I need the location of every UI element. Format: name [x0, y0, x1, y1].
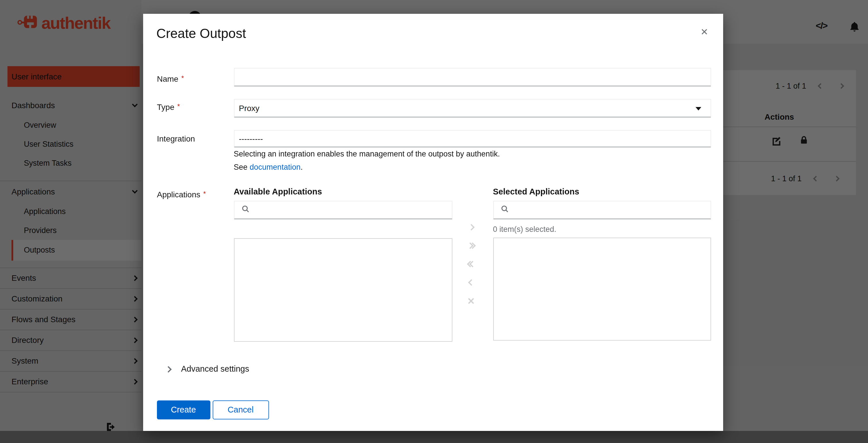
create-button[interactable]: Create: [157, 400, 210, 419]
available-applications-listbox[interactable]: [234, 238, 452, 342]
chevron-right-icon[interactable]: [165, 366, 172, 373]
type-label: Type*: [157, 102, 232, 112]
integration-help-text: Selecting an integration enables the man…: [234, 150, 500, 158]
integration-label: Integration: [157, 134, 232, 143]
integration-select-value: ---------: [239, 134, 263, 143]
caret-down-icon: [695, 107, 701, 110]
name-field-wrap: [234, 68, 711, 86]
selected-applications-listbox[interactable]: [493, 238, 711, 341]
selected-search-input[interactable]: [513, 201, 710, 218]
type-select-value: Proxy: [239, 103, 259, 113]
search-icon: [241, 205, 249, 215]
create-outpost-modal: Create Outpost ✕ Name* Type* Proxy Integ…: [143, 14, 723, 431]
name-input[interactable]: [234, 68, 710, 85]
type-select[interactable]: Proxy: [234, 99, 711, 117]
selected-applications-title: Selected Applications: [493, 187, 579, 196]
add-selected-icon[interactable]: [464, 220, 478, 235]
integration-select[interactable]: ---------: [234, 130, 711, 147]
cancel-button[interactable]: Cancel: [212, 400, 269, 419]
applications-label: Applications*: [157, 190, 232, 199]
integration-doc-line: See documentation.: [234, 163, 303, 171]
available-applications-title: Available Applications: [234, 187, 322, 196]
screen: </> authentik: [0, 0, 868, 443]
remove-all-icon[interactable]: [464, 256, 478, 271]
clear-selection-icon[interactable]: ✕: [464, 294, 478, 309]
required-marker: *: [181, 74, 184, 82]
advanced-settings-toggle[interactable]: Advanced settings: [181, 364, 249, 374]
available-search-input[interactable]: [254, 201, 452, 218]
required-marker: *: [203, 190, 206, 198]
close-icon[interactable]: ✕: [701, 28, 708, 37]
modal-title: Create Outpost: [156, 26, 246, 41]
available-search: [234, 201, 452, 219]
documentation-link[interactable]: documentation: [250, 163, 301, 171]
search-icon: [500, 205, 508, 215]
selected-count-status: 0 item(s) selected.: [493, 225, 556, 233]
required-marker: *: [177, 102, 180, 111]
selected-search: [493, 201, 711, 219]
name-label: Name*: [157, 74, 232, 83]
add-all-icon[interactable]: [464, 238, 478, 253]
remove-selected-icon[interactable]: [464, 275, 478, 290]
